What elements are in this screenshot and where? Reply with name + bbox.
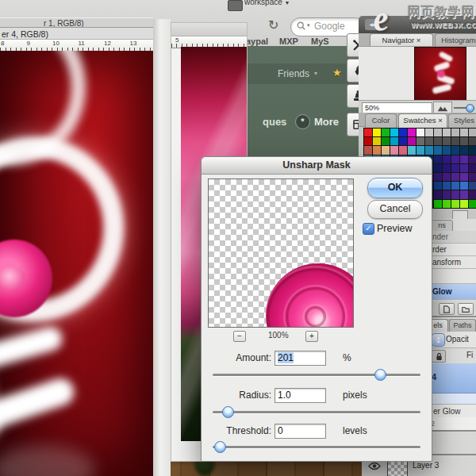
navigator-zoom-slider[interactable] <box>454 107 474 109</box>
swatch[interactable] <box>434 155 442 163</box>
swatch[interactable] <box>460 173 468 181</box>
swatch[interactable] <box>460 129 468 136</box>
swatch[interactable] <box>399 129 407 136</box>
workspace-icon[interactable] <box>228 0 243 11</box>
bookmark-item[interactable]: MyS <box>311 36 329 46</box>
swatch[interactable] <box>434 164 442 172</box>
tab-swatches[interactable]: Swatches × <box>398 113 447 128</box>
swatch[interactable] <box>399 137 407 145</box>
collapse-panels-button[interactable]: ◀◀ <box>365 19 379 30</box>
threshold-slider[interactable] <box>213 446 420 448</box>
folder-button[interactable] <box>458 303 474 315</box>
swatch[interactable] <box>460 137 468 145</box>
more-link[interactable]: More <box>314 116 339 128</box>
swatch[interactable] <box>469 200 476 208</box>
workspace-button[interactable]: workspace ▼ <box>244 0 290 8</box>
swatch[interactable] <box>434 190 442 198</box>
layer-row-fragment[interactable]: 2 <box>429 417 476 430</box>
navigator-zoom-field[interactable]: 50% <box>362 102 432 113</box>
swatch[interactable] <box>451 137 459 145</box>
swatch[interactable] <box>408 137 416 145</box>
swatch[interactable] <box>382 137 390 145</box>
tab-fragment[interactable]: ns <box>431 220 453 232</box>
radius-slider-thumb[interactable] <box>222 406 234 418</box>
swatch[interactable] <box>425 129 433 136</box>
swatch[interactable] <box>373 129 381 136</box>
radius-slider[interactable] <box>213 411 420 413</box>
swatch[interactable] <box>443 190 451 198</box>
tab-color[interactable]: Color <box>365 113 397 128</box>
swatch[interactable] <box>390 146 398 154</box>
swatch[interactable] <box>416 137 424 145</box>
new-item-button[interactable] <box>439 303 455 315</box>
swatch[interactable] <box>425 146 433 154</box>
friends-menu[interactable]: Friends <box>278 68 309 79</box>
webpage-link-fragment[interactable]: ques <box>263 116 286 128</box>
bookmark-item[interactable]: aypal <box>246 36 268 46</box>
preview-checkbox[interactable]: ✓ <box>363 223 374 235</box>
list-item[interactable] <box>429 269 476 284</box>
swatch[interactable] <box>460 190 468 198</box>
swatch[interactable] <box>451 173 459 181</box>
swatch[interactable] <box>416 129 424 136</box>
swatch[interactable] <box>460 182 468 190</box>
swatch[interactable] <box>451 129 459 136</box>
swatch[interactable] <box>390 129 398 136</box>
swatch[interactable] <box>469 146 476 154</box>
ok-button[interactable]: OK <box>367 178 423 198</box>
list-item[interactable]: nder <box>429 231 476 244</box>
swatch[interactable] <box>469 155 476 163</box>
visibility-eye-icon[interactable] <box>368 462 381 470</box>
zoom-out-button[interactable]: − <box>233 331 246 342</box>
list-item[interactable]: rder <box>429 244 476 256</box>
amount-input[interactable]: 201 <box>274 351 326 366</box>
lock-button[interactable] <box>432 350 446 363</box>
swatch[interactable] <box>469 190 476 198</box>
amount-slider-thumb[interactable] <box>374 369 386 381</box>
swatch[interactable] <box>451 146 459 154</box>
swatch[interactable] <box>443 146 451 154</box>
swatch[interactable] <box>443 200 451 208</box>
navigator-thumbnail[interactable] <box>414 47 466 101</box>
preview-well[interactable] <box>208 178 354 328</box>
swatch[interactable] <box>469 182 476 190</box>
swatch[interactable] <box>390 137 398 145</box>
swatch[interactable] <box>469 129 476 136</box>
threshold-slider-thumb[interactable] <box>214 441 226 453</box>
swatch[interactable] <box>416 146 424 154</box>
swatch[interactable] <box>408 146 416 154</box>
swatch[interactable] <box>373 137 381 145</box>
tab-styles[interactable]: Styles <box>448 113 476 128</box>
navigator-slider-thumb[interactable] <box>466 104 474 113</box>
swatch[interactable] <box>451 164 459 172</box>
bookmark-item[interactable]: MXP <box>279 36 298 46</box>
swatch[interactable] <box>382 129 390 136</box>
zoom-in-button[interactable]: + <box>305 331 318 342</box>
swatch[interactable] <box>443 173 451 181</box>
swatch[interactable] <box>460 200 468 208</box>
swatch[interactable] <box>434 146 442 154</box>
list-item[interactable]: ansform <box>429 256 476 269</box>
rose-document-titlebar[interactable] <box>171 23 247 36</box>
amount-slider[interactable] <box>213 374 420 376</box>
swatch[interactable] <box>443 129 451 136</box>
swatch[interactable] <box>382 146 390 154</box>
document-window-love[interactable]: er 4, RGB/8) 891011121314 <box>0 27 153 476</box>
selected-layer-row[interactable]: 4 <box>429 363 476 393</box>
swatch[interactable] <box>460 146 468 154</box>
swatch[interactable] <box>434 129 442 136</box>
swatch[interactable] <box>460 164 468 172</box>
swatch[interactable] <box>434 182 442 190</box>
threshold-input[interactable]: 0 <box>274 424 326 439</box>
swatch[interactable] <box>451 190 459 198</box>
swatch[interactable] <box>451 200 459 208</box>
swatch[interactable] <box>443 182 451 190</box>
swatch[interactable] <box>434 173 442 181</box>
swatch[interactable] <box>399 146 407 154</box>
swatch[interactable] <box>469 137 476 145</box>
swatch[interactable] <box>434 137 442 145</box>
swatch[interactable] <box>443 155 451 163</box>
swatch[interactable] <box>425 137 433 145</box>
swatch[interactable] <box>364 129 372 136</box>
swatch[interactable] <box>443 137 451 145</box>
